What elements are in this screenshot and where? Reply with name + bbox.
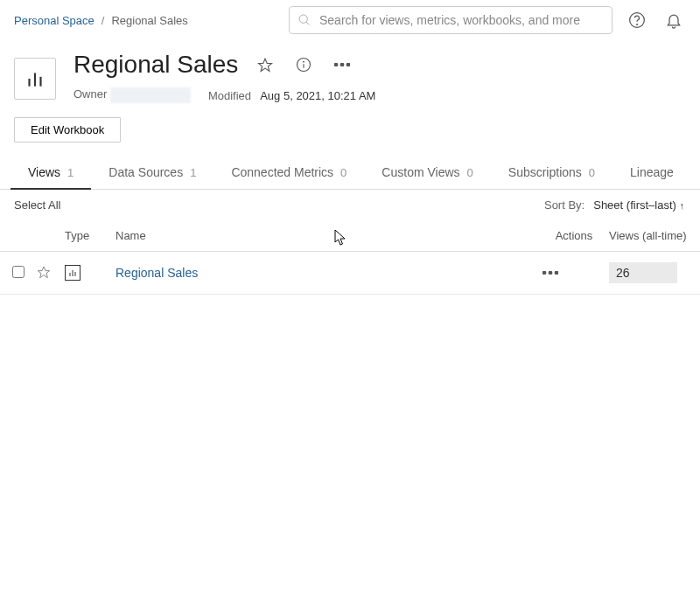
- tab-count: 1: [67, 166, 74, 179]
- table-header: Type Name Actions Views (all-time): [0, 220, 700, 252]
- info-button[interactable]: [292, 53, 315, 76]
- svg-point-13: [347, 63, 350, 66]
- owner-label: Owner: [74, 87, 107, 101]
- sort-select[interactable]: Sheet (first–last) ↑: [593, 198, 686, 212]
- row-checkbox[interactable]: [12, 266, 24, 278]
- owner-value: [110, 87, 191, 103]
- star-icon: [37, 265, 51, 279]
- list-toolbar: Select All Sort By: Sheet (first–last) ↑: [0, 190, 700, 220]
- sort-value: Sheet (first–last): [593, 198, 676, 212]
- row-name-cell: Regional Sales: [116, 266, 539, 280]
- notifications-button[interactable]: [662, 8, 686, 32]
- modified-field: Modified Aug 5, 2021, 10:21 AM: [208, 89, 376, 102]
- tab-subscriptions[interactable]: Subscriptions 0: [491, 156, 612, 189]
- select-all-button[interactable]: Select All: [14, 198, 60, 212]
- col-actions: Actions: [539, 229, 609, 242]
- meta-row: Owner Modified Aug 5, 2021, 10:21 AM: [74, 87, 686, 103]
- tab-data-sources[interactable]: Data Sources 1: [91, 156, 214, 189]
- col-star: [37, 229, 65, 242]
- col-views[interactable]: Views (all-time): [609, 229, 688, 242]
- views-table: Type Name Actions Views (all-time) Regio…: [0, 220, 700, 295]
- view-count: 26: [609, 262, 677, 283]
- svg-point-12: [341, 63, 344, 66]
- tab-views[interactable]: Views 1: [10, 156, 91, 190]
- favorite-button[interactable]: [254, 53, 276, 76]
- top-icons: [625, 8, 686, 32]
- row-star[interactable]: [37, 265, 65, 282]
- bar-chart-icon: [67, 268, 78, 278]
- svg-line-1: [306, 22, 309, 24]
- title-block: Regional Sales Owner Modified Aug 5, 202…: [74, 51, 686, 103]
- tab-count: 0: [589, 166, 595, 179]
- tab-label: Subscriptions: [508, 165, 582, 179]
- bell-icon: [665, 11, 682, 29]
- workbook-icon: [14, 58, 56, 100]
- tabs: Views 1 Data Sources 1 Connected Metrics…: [0, 156, 700, 190]
- breadcrumb-parent[interactable]: Personal Space: [14, 14, 94, 27]
- tab-label: Lineage: [630, 165, 674, 179]
- row-views: 26: [609, 262, 688, 283]
- tab-lineage[interactable]: Lineage: [612, 156, 691, 189]
- row-name-link[interactable]: Regional Sales: [116, 266, 198, 280]
- modified-value: Aug 5, 2021, 10:21 AM: [260, 89, 375, 102]
- star-icon: [257, 57, 273, 73]
- sort-by-label: Sort By:: [544, 198, 584, 212]
- tab-count: 0: [340, 166, 346, 179]
- svg-point-0: [299, 15, 307, 23]
- page-title: Regional Sales: [74, 51, 238, 79]
- view-type-icon: [65, 265, 80, 281]
- owner-field: Owner: [74, 87, 191, 103]
- col-check: [12, 229, 37, 242]
- title-row: Regional Sales: [74, 51, 686, 79]
- table-row: Regional Sales 26: [0, 252, 700, 295]
- action-row: Edit Workbook: [0, 103, 700, 156]
- tab-count: 0: [467, 166, 473, 179]
- svg-marker-7: [259, 59, 272, 71]
- more-horizontal-icon: [334, 63, 350, 66]
- svg-point-11: [335, 63, 338, 66]
- svg-point-3: [637, 24, 638, 25]
- col-type[interactable]: Type: [65, 229, 116, 242]
- sort-direction-icon: ↑: [680, 200, 685, 211]
- breadcrumb: Personal Space / Regional Sales: [14, 14, 188, 27]
- workbook-header: Regional Sales Owner Modified Aug 5, 202…: [0, 40, 700, 103]
- search-input[interactable]: [289, 6, 612, 34]
- row-check: [12, 266, 37, 281]
- tab-label: Views: [28, 165, 60, 179]
- row-actions: [539, 268, 609, 278]
- breadcrumb-current: Regional Sales: [111, 14, 187, 27]
- more-actions-button[interactable]: [331, 59, 354, 70]
- row-actions-button[interactable]: [539, 268, 562, 278]
- svg-point-10: [304, 61, 304, 62]
- help-button[interactable]: [625, 8, 649, 32]
- topbar: Personal Space / Regional Sales: [0, 0, 700, 40]
- search-wrap: [289, 6, 612, 34]
- svg-marker-14: [38, 267, 49, 278]
- tab-label: Connected Metrics: [231, 165, 333, 179]
- col-name[interactable]: Name: [116, 229, 539, 242]
- tab-label: Custom Views: [382, 165, 459, 179]
- row-type: [65, 265, 116, 281]
- search-icon: [298, 13, 312, 27]
- svg-point-18: [542, 271, 545, 274]
- more-horizontal-icon: [542, 271, 558, 275]
- breadcrumb-separator: /: [102, 14, 105, 27]
- help-icon: [628, 11, 646, 29]
- modified-label: Modified: [208, 89, 251, 102]
- sort-by: Sort By: Sheet (first–last) ↑: [544, 198, 686, 212]
- edit-workbook-button[interactable]: Edit Workbook: [14, 117, 121, 143]
- bar-chart-icon: [24, 67, 46, 90]
- tab-custom-views[interactable]: Custom Views 0: [364, 156, 490, 189]
- svg-point-20: [555, 271, 557, 274]
- svg-point-19: [549, 271, 551, 274]
- tab-connected-metrics[interactable]: Connected Metrics 0: [214, 156, 364, 189]
- info-icon: [296, 57, 312, 73]
- tab-count: 1: [190, 166, 196, 179]
- tab-label: Data Sources: [108, 165, 183, 179]
